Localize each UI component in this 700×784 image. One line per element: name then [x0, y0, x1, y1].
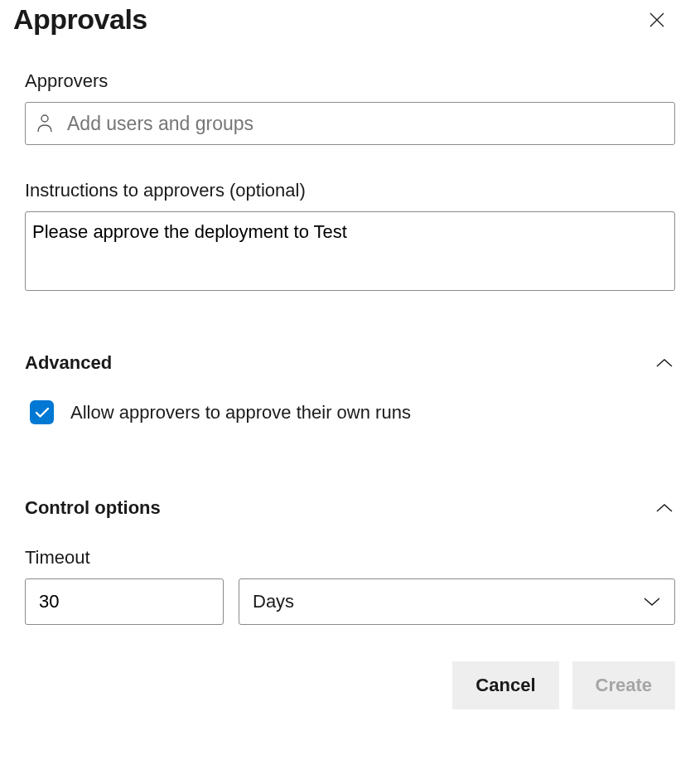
timeout-value-input[interactable]	[25, 578, 224, 625]
cancel-button[interactable]: Cancel	[452, 661, 558, 709]
control-options-title: Control options	[25, 497, 161, 519]
timeout-label: Timeout	[25, 547, 675, 569]
create-button[interactable]: Create	[572, 661, 675, 709]
svg-point-0	[41, 115, 48, 122]
close-button[interactable]	[644, 7, 670, 33]
advanced-section-toggle[interactable]: Advanced	[25, 352, 675, 374]
check-icon	[35, 407, 50, 419]
chevron-up-icon	[655, 502, 675, 514]
approvers-label: Approvers	[25, 70, 675, 92]
approvers-input[interactable]	[65, 112, 664, 136]
person-icon	[36, 114, 54, 133]
approvers-input-wrap[interactable]	[25, 102, 675, 145]
control-options-section-toggle[interactable]: Control options	[25, 497, 675, 519]
instructions-label: Instructions to approvers (optional)	[25, 180, 675, 201]
chevron-up-icon	[655, 357, 675, 369]
advanced-title: Advanced	[25, 352, 112, 374]
timeout-unit-value: Days	[253, 591, 294, 612]
chevron-down-icon	[643, 596, 661, 607]
allow-own-runs-label: Allow approvers to approve their own run…	[70, 402, 411, 423]
close-icon	[649, 12, 665, 28]
instructions-textarea[interactable]	[25, 211, 675, 291]
page-title: Approvals	[13, 3, 147, 36]
allow-own-runs-checkbox[interactable]	[30, 400, 54, 424]
timeout-unit-select[interactable]: Days	[239, 578, 675, 625]
